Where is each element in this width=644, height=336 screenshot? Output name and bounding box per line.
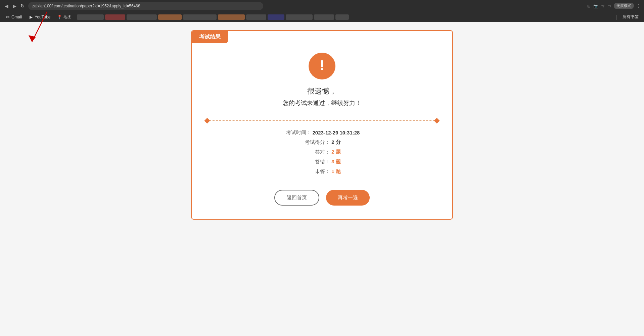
page-content: 考试结果 ! 很遗憾， 您的考试未通过，继续努力！ 考试时间： 2023-12- [0, 22, 644, 336]
menu-icon[interactable]: ⋮ [637, 4, 641, 8]
wrong-value: 3 题 [331, 159, 341, 165]
gmail-icon: ✉ [5, 15, 10, 19]
card-header-label: 考试结果 [199, 34, 221, 40]
button-row: 返回首页 再考一遍 [274, 190, 370, 206]
divider-diamond-left [204, 118, 210, 124]
bookmark-youtube[interactable]: ▶ YouTube [26, 14, 53, 20]
stats-section: 考试时间： 2023-12-29 10:31:28 考试得分： 2 分 答对： … [255, 129, 389, 175]
gmail-label: Gmail [11, 15, 22, 19]
nav-controls: ◀ ▶ ↻ [3, 3, 26, 9]
stat-row-time: 考试时间： 2023-12-29 10:31:28 [255, 129, 389, 136]
bookmarks-bar: ✉ Gmail ▶ YouTube 📍 地图 | 所有书签 [0, 12, 644, 22]
return-home-button[interactable]: 返回首页 [274, 190, 319, 206]
translate-icon: ⊞ [587, 4, 591, 8]
browser-right-controls: ⊞ 📷 ☆ ▭ 无痕模式 ⋮ [587, 3, 641, 9]
maps-icon: 📍 [57, 15, 62, 19]
result-card: 考试结果 ! 很遗憾， 您的考试未通过，继续努力！ 考试时间： 2023-12- [191, 30, 453, 220]
score-label: 考试得分： [303, 139, 330, 146]
unanswered-label: 未答： [303, 168, 330, 175]
browser-chrome: ◀ ▶ ↻ zaixian100f.com/testination/paper?… [0, 0, 644, 12]
refresh-button[interactable]: ↻ [19, 3, 26, 9]
url-text: zaixian100f.com/testination/paper?id=195… [32, 4, 140, 8]
unanswered-value: 1 题 [331, 168, 341, 175]
result-subtitle: 您的考试未通过，继续努力！ [283, 99, 361, 107]
wrong-label: 答错： [303, 159, 330, 165]
back-button[interactable]: ◀ [3, 3, 9, 9]
warning-icon-circle: ! [309, 53, 335, 79]
youtube-icon: ▶ [29, 15, 33, 19]
card-header-tab: 考试结果 [192, 31, 228, 43]
camera-icon: 📷 [593, 4, 598, 8]
star-icon[interactable]: ☆ [601, 4, 605, 8]
card-body: ! 很遗憾， 您的考试未通过，继续努力！ 考试时间： 2023-12-29 10… [192, 31, 452, 219]
maps-label: 地图 [63, 14, 72, 20]
stat-row-correct: 答对： 2 题 [255, 149, 389, 155]
bookmarks-right: | 所有书签 [614, 13, 641, 21]
bookmark-maps[interactable]: 📍 地图 [55, 13, 74, 21]
warning-icon: ! [320, 58, 324, 72]
bookmark-gmail[interactable]: ✉ Gmail [3, 14, 25, 20]
forward-button[interactable]: ▶ [11, 3, 17, 9]
incognito-badge: 无痕模式 [614, 3, 634, 9]
retake-button[interactable]: 再考一遍 [326, 190, 370, 206]
extension-icon: ▭ [607, 4, 611, 8]
divider-line [209, 120, 435, 121]
address-bar[interactable]: zaixian100f.com/testination/paper?id=195… [28, 2, 263, 10]
correct-label: 答对： [303, 149, 330, 155]
stat-row-score: 考试得分： 2 分 [255, 139, 389, 146]
correct-value: 2 题 [331, 149, 341, 155]
divider-diamond-right [434, 118, 440, 124]
exam-time-value: 2023-12-29 10:31:28 [313, 130, 360, 135]
stat-row-unanswered: 未答： 1 题 [255, 168, 389, 175]
result-title: 很遗憾， [307, 86, 337, 96]
all-bookmarks-label[interactable]: 所有书签 [620, 13, 641, 21]
divider [205, 119, 439, 123]
stat-row-wrong: 答错： 3 题 [255, 159, 389, 165]
exam-time-label: 考试时间： [284, 129, 311, 136]
score-value: 2 分 [331, 139, 341, 146]
youtube-label: YouTube [35, 15, 50, 19]
